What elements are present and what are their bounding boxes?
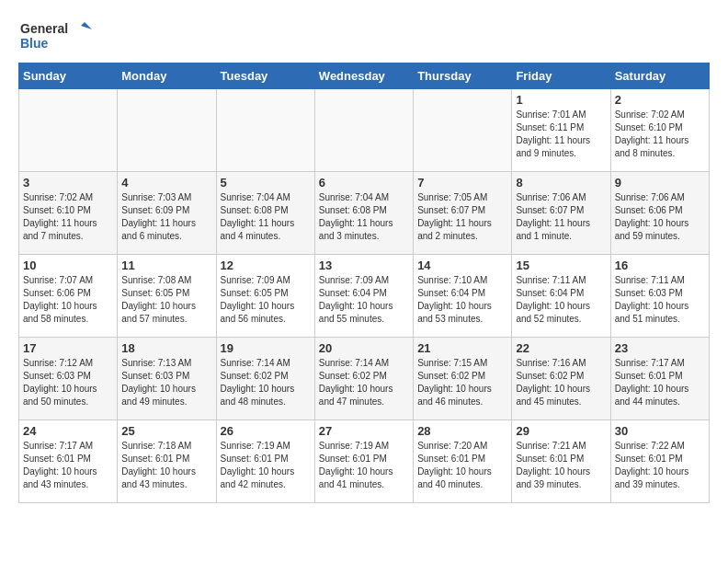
calendar-cell: 16Sunrise: 7:11 AM Sunset: 6:03 PM Dayli…: [610, 255, 709, 338]
day-number: 19: [221, 341, 311, 355]
day-info: Sunrise: 7:09 AM Sunset: 6:04 PM Dayligh…: [319, 274, 409, 326]
calendar-week-1: 1Sunrise: 7:01 AM Sunset: 6:11 PM Daylig…: [19, 89, 710, 172]
day-info: Sunrise: 7:06 AM Sunset: 6:06 PM Dayligh…: [615, 191, 705, 243]
day-info: Sunrise: 7:19 AM Sunset: 6:01 PM Dayligh…: [319, 440, 409, 491]
day-info: Sunrise: 7:01 AM Sunset: 6:11 PM Dayligh…: [516, 109, 606, 160]
calendar-cell: 15Sunrise: 7:11 AM Sunset: 6:04 PM Dayli…: [512, 255, 610, 338]
day-number: 4: [121, 176, 211, 190]
svg-text:Blue: Blue: [20, 36, 49, 51]
day-info: Sunrise: 7:06 AM Sunset: 6:07 PM Dayligh…: [516, 191, 606, 243]
calendar-cell: [118, 89, 216, 172]
day-info: Sunrise: 7:21 AM Sunset: 6:01 PM Dayligh…: [516, 440, 606, 491]
day-info: Sunrise: 7:05 AM Sunset: 6:07 PM Dayligh…: [417, 191, 507, 243]
calendar-cell: 10Sunrise: 7:07 AM Sunset: 6:06 PM Dayli…: [19, 255, 118, 338]
logo: General Blue: [18, 18, 92, 53]
day-number: 29: [516, 424, 606, 438]
day-info: Sunrise: 7:20 AM Sunset: 6:01 PM Dayligh…: [417, 440, 507, 491]
day-number: 6: [319, 176, 409, 190]
day-number: 26: [221, 424, 311, 438]
page-header: General Blue: [18, 18, 710, 53]
calendar-cell: 26Sunrise: 7:19 AM Sunset: 6:01 PM Dayli…: [216, 420, 314, 503]
column-header-tuesday: Tuesday: [216, 63, 314, 89]
calendar-cell: [19, 89, 118, 172]
calendar-week-4: 17Sunrise: 7:12 AM Sunset: 6:03 PM Dayli…: [19, 338, 710, 420]
svg-text:General: General: [20, 21, 68, 36]
day-number: 3: [23, 176, 113, 190]
day-number: 12: [221, 259, 311, 272]
calendar-cell: 2Sunrise: 7:02 AM Sunset: 6:10 PM Daylig…: [610, 89, 709, 172]
calendar-cell: 9Sunrise: 7:06 AM Sunset: 6:06 PM Daylig…: [610, 172, 709, 255]
day-info: Sunrise: 7:17 AM Sunset: 6:01 PM Dayligh…: [23, 440, 113, 491]
day-number: 22: [516, 341, 606, 355]
day-info: Sunrise: 7:04 AM Sunset: 6:08 PM Dayligh…: [221, 191, 311, 243]
day-info: Sunrise: 7:10 AM Sunset: 6:04 PM Dayligh…: [417, 274, 507, 326]
day-number: 10: [23, 259, 113, 272]
day-number: 7: [417, 176, 507, 190]
day-info: Sunrise: 7:03 AM Sunset: 6:09 PM Dayligh…: [121, 191, 211, 243]
calendar-week-3: 10Sunrise: 7:07 AM Sunset: 6:06 PM Dayli…: [19, 255, 710, 338]
day-info: Sunrise: 7:09 AM Sunset: 6:05 PM Dayligh…: [221, 274, 311, 326]
calendar-cell: 11Sunrise: 7:08 AM Sunset: 6:05 PM Dayli…: [118, 255, 216, 338]
column-header-thursday: Thursday: [414, 63, 512, 89]
day-info: Sunrise: 7:16 AM Sunset: 6:02 PM Dayligh…: [516, 357, 606, 408]
calendar-cell: 25Sunrise: 7:18 AM Sunset: 6:01 PM Dayli…: [118, 420, 216, 503]
calendar-cell: 17Sunrise: 7:12 AM Sunset: 6:03 PM Dayli…: [19, 338, 118, 420]
day-info: Sunrise: 7:22 AM Sunset: 6:01 PM Dayligh…: [615, 440, 705, 491]
day-number: 23: [615, 341, 705, 355]
calendar-cell: 5Sunrise: 7:04 AM Sunset: 6:08 PM Daylig…: [216, 172, 314, 255]
calendar-cell: 8Sunrise: 7:06 AM Sunset: 6:07 PM Daylig…: [512, 172, 610, 255]
day-number: 25: [121, 424, 211, 438]
calendar-cell: [216, 89, 314, 172]
calendar-cell: 6Sunrise: 7:04 AM Sunset: 6:08 PM Daylig…: [314, 172, 413, 255]
day-info: Sunrise: 7:02 AM Sunset: 6:10 PM Dayligh…: [615, 109, 705, 160]
calendar-cell: 20Sunrise: 7:14 AM Sunset: 6:02 PM Dayli…: [314, 338, 413, 420]
day-info: Sunrise: 7:07 AM Sunset: 6:06 PM Dayligh…: [23, 274, 113, 326]
calendar-cell: 7Sunrise: 7:05 AM Sunset: 6:07 PM Daylig…: [414, 172, 512, 255]
day-info: Sunrise: 7:11 AM Sunset: 6:04 PM Dayligh…: [516, 274, 606, 326]
day-info: Sunrise: 7:12 AM Sunset: 6:03 PM Dayligh…: [23, 357, 113, 408]
day-number: 30: [615, 424, 705, 438]
column-header-friday: Friday: [512, 63, 610, 89]
calendar-cell: 14Sunrise: 7:10 AM Sunset: 6:04 PM Dayli…: [414, 255, 512, 338]
day-number: 5: [221, 176, 311, 190]
calendar-cell: 30Sunrise: 7:22 AM Sunset: 6:01 PM Dayli…: [610, 420, 709, 503]
day-info: Sunrise: 7:19 AM Sunset: 6:01 PM Dayligh…: [221, 440, 311, 491]
day-number: 27: [319, 424, 409, 438]
calendar-cell: 24Sunrise: 7:17 AM Sunset: 6:01 PM Dayli…: [19, 420, 118, 503]
calendar-cell: 3Sunrise: 7:02 AM Sunset: 6:10 PM Daylig…: [19, 172, 118, 255]
day-info: Sunrise: 7:14 AM Sunset: 6:02 PM Dayligh…: [221, 357, 311, 408]
calendar-cell: 21Sunrise: 7:15 AM Sunset: 6:02 PM Dayli…: [414, 338, 512, 420]
day-number: 11: [121, 259, 211, 272]
calendar-cell: 12Sunrise: 7:09 AM Sunset: 6:05 PM Dayli…: [216, 255, 314, 338]
calendar-cell: 13Sunrise: 7:09 AM Sunset: 6:04 PM Dayli…: [314, 255, 413, 338]
calendar-header-row: SundayMondayTuesdayWednesdayThursdayFrid…: [19, 63, 710, 89]
column-header-wednesday: Wednesday: [314, 63, 413, 89]
day-info: Sunrise: 7:14 AM Sunset: 6:02 PM Dayligh…: [319, 357, 409, 408]
day-info: Sunrise: 7:04 AM Sunset: 6:08 PM Dayligh…: [319, 191, 409, 243]
day-number: 14: [417, 259, 507, 272]
day-info: Sunrise: 7:17 AM Sunset: 6:01 PM Dayligh…: [615, 357, 705, 408]
day-number: 9: [615, 176, 705, 190]
day-number: 16: [615, 259, 705, 272]
calendar-week-5: 24Sunrise: 7:17 AM Sunset: 6:01 PM Dayli…: [19, 420, 710, 503]
day-number: 17: [23, 341, 113, 355]
day-number: 1: [516, 93, 606, 107]
calendar-cell: 18Sunrise: 7:13 AM Sunset: 6:03 PM Dayli…: [118, 338, 216, 420]
day-number: 13: [319, 259, 409, 272]
calendar-week-2: 3Sunrise: 7:02 AM Sunset: 6:10 PM Daylig…: [19, 172, 710, 255]
day-info: Sunrise: 7:08 AM Sunset: 6:05 PM Dayligh…: [121, 274, 211, 326]
logo-svg: General Blue: [18, 18, 92, 53]
day-info: Sunrise: 7:18 AM Sunset: 6:01 PM Dayligh…: [121, 440, 211, 491]
calendar-cell: 29Sunrise: 7:21 AM Sunset: 6:01 PM Dayli…: [512, 420, 610, 503]
day-number: 24: [23, 424, 113, 438]
column-header-sunday: Sunday: [19, 63, 118, 89]
day-number: 8: [516, 176, 606, 190]
calendar-cell: 22Sunrise: 7:16 AM Sunset: 6:02 PM Dayli…: [512, 338, 610, 420]
calendar-cell: 27Sunrise: 7:19 AM Sunset: 6:01 PM Dayli…: [314, 420, 413, 503]
day-number: 15: [516, 259, 606, 272]
column-header-monday: Monday: [118, 63, 216, 89]
day-number: 20: [319, 341, 409, 355]
calendar-cell: [414, 89, 512, 172]
day-info: Sunrise: 7:15 AM Sunset: 6:02 PM Dayligh…: [417, 357, 507, 408]
day-number: 28: [417, 424, 507, 438]
